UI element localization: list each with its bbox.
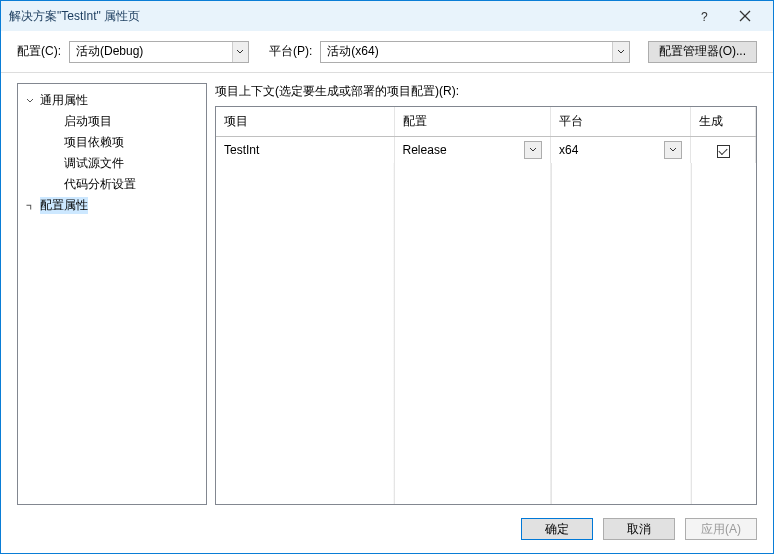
tree-label: 通用属性: [40, 92, 88, 109]
tree-item-startup[interactable]: 启动项目: [20, 111, 204, 132]
tree-item-debug-source[interactable]: 调试源文件: [20, 153, 204, 174]
col-platform[interactable]: 平台: [550, 107, 690, 137]
content: 通用属性 启动项目 项目依赖项 调试源文件 代码分析设置 配置属性 项目上下文(…: [1, 73, 773, 505]
platform-select[interactable]: [320, 41, 629, 63]
grid-empty-area: [216, 163, 756, 504]
cell-config-value: Release: [403, 143, 447, 157]
tree-item-dependencies[interactable]: 项目依赖项: [20, 132, 204, 153]
col-config[interactable]: 配置: [394, 107, 550, 137]
config-value[interactable]: [70, 42, 232, 62]
config-manager-button[interactable]: 配置管理器(O)...: [648, 41, 757, 63]
close-button[interactable]: [725, 1, 765, 31]
titlebar: 解决方案"TestInt" 属性页 ?: [1, 1, 773, 31]
chevron-down-icon: [612, 42, 629, 62]
table-row: TestInt Release x64: [216, 137, 756, 164]
close-icon: [739, 10, 751, 22]
grid-table: 项目 配置 平台 生成 TestInt Release: [216, 107, 756, 163]
config-label: 配置(C):: [17, 43, 61, 60]
platform-value[interactable]: [321, 42, 611, 62]
help-button[interactable]: ?: [685, 1, 725, 31]
col-build[interactable]: 生成: [691, 107, 756, 137]
cell-platform-value: x64: [559, 143, 578, 157]
svg-text:?: ?: [701, 10, 708, 22]
main-panel: 项目上下文(选定要生成或部署的项目配置)(R): 项目 配置 平台 生成 Tes…: [215, 83, 757, 505]
tree-group-config[interactable]: 配置属性: [20, 195, 204, 216]
cell-project: TestInt: [216, 137, 394, 164]
cell-build[interactable]: [691, 137, 756, 164]
window-title: 解决方案"TestInt" 属性页: [9, 8, 685, 25]
ok-button[interactable]: 确定: [521, 518, 593, 540]
footer: 确定 取消 应用(A): [1, 505, 773, 553]
chevron-down-icon: [232, 42, 248, 62]
chevron-right-icon: [24, 200, 36, 212]
help-icon: ?: [699, 10, 711, 22]
cell-config[interactable]: Release: [394, 137, 550, 164]
apply-button[interactable]: 应用(A): [685, 518, 757, 540]
cancel-button[interactable]: 取消: [603, 518, 675, 540]
toolbar: 配置(C): 平台(P): 配置管理器(O)...: [1, 31, 773, 73]
tree-item-code-analysis[interactable]: 代码分析设置: [20, 174, 204, 195]
build-checkbox[interactable]: [717, 145, 730, 158]
tree-panel: 通用属性 启动项目 项目依赖项 调试源文件 代码分析设置 配置属性: [17, 83, 207, 505]
tree-group-common[interactable]: 通用属性: [20, 90, 204, 111]
chevron-down-icon: [664, 141, 682, 159]
project-grid: 项目 配置 平台 生成 TestInt Release: [215, 106, 757, 505]
tree-label: 配置属性: [40, 197, 88, 214]
cell-platform[interactable]: x64: [550, 137, 690, 164]
config-select[interactable]: [69, 41, 249, 63]
chevron-down-icon: [524, 141, 542, 159]
col-project[interactable]: 项目: [216, 107, 394, 137]
chevron-down-icon: [24, 95, 36, 107]
context-label: 项目上下文(选定要生成或部署的项目配置)(R):: [215, 83, 757, 100]
platform-label: 平台(P):: [269, 43, 312, 60]
grid-header-row: 项目 配置 平台 生成: [216, 107, 756, 137]
